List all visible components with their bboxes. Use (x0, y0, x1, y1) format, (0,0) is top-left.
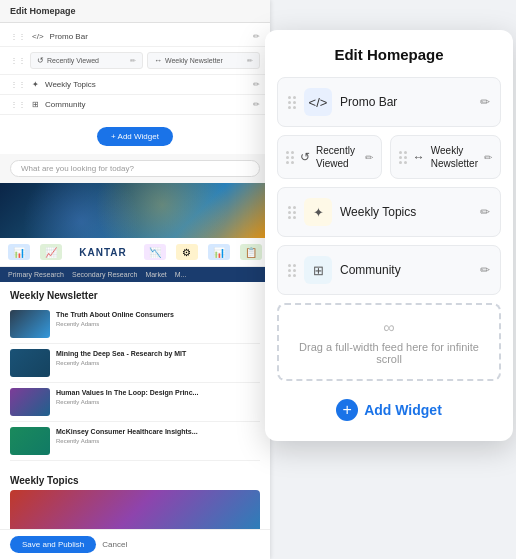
bg-nav-bar: Primary Research Secondary Research Mark… (0, 267, 270, 282)
bg-nav-icon-4: ⚙ (176, 244, 198, 260)
bg-article-item-2: Mining the Deep Sea - Research by MIT Re… (10, 344, 260, 383)
bg-article-author-4: Recently Adams (56, 438, 260, 444)
bg-article-meta-3: Human Values In The Loop: Design Princ..… (56, 388, 260, 405)
bg-article-author-3: Recently Adams (56, 399, 260, 405)
bg-content-area: What are you looking for today? 📊 📈 KANT… (0, 154, 270, 559)
bg-article-author-2: Recently Adams (56, 360, 260, 366)
bg-article-thumb-1 (10, 310, 50, 338)
bg-weekly-newsletter-card[interactable]: ↔ Weekly Newsletter ✏ (147, 52, 260, 69)
bg-article-meta-1: The Truth About Online Consumers Recentl… (56, 310, 260, 327)
weekly-newsletter-edit-button[interactable]: ✏ (484, 152, 492, 163)
widget-item-promo-bar[interactable]: </> Promo Bar ✏ (277, 77, 501, 127)
widget-item-weekly-newsletter[interactable]: ↔ Weekly Newsletter ✏ (390, 135, 501, 179)
bg-edit-header: Edit Homepage (0, 0, 270, 23)
bg-cancel-button[interactable]: Cancel (102, 540, 127, 549)
bg-article-item-4: McKinsey Consumer Healthcare Insights...… (10, 422, 260, 461)
bg-article-title-2: Mining the Deep Sea - Research by MIT (56, 349, 260, 358)
recently-viewed-icon: ↺ (300, 150, 310, 164)
bg-menu-items: ⋮⋮ </> Promo Bar ✏ ⋮⋮ ↺ Recently Viewed … (0, 23, 270, 119)
promo-bar-icon: </> (304, 88, 332, 116)
add-widget-label: Add Widget (364, 402, 442, 418)
background-panel: Edit Homepage ⋮⋮ </> Promo Bar ✏ ⋮⋮ ↺ Re… (0, 0, 270, 559)
bg-article-title-4: McKinsey Consumer Healthcare Insights... (56, 427, 260, 436)
bg-weekly-topics-title: Weekly Topics (0, 467, 270, 490)
bg-menu-promo[interactable]: ⋮⋮ </> Promo Bar ✏ (0, 27, 270, 47)
bg-nav-icon-3: 📉 (144, 244, 166, 260)
bg-menu-community[interactable]: ⋮⋮ ⊞ Community ✏ (0, 95, 270, 115)
bg-promo-label: Promo Bar (50, 32, 247, 41)
bg-add-widget-button[interactable]: + Add Widget (97, 127, 173, 146)
bg-weekly-newsletter-label: Weekly Newsletter (165, 57, 223, 64)
bg-article-thumb-3 (10, 388, 50, 416)
bg-nav-link-secondary[interactable]: Secondary Research (72, 271, 137, 278)
add-widget-button[interactable]: + Add Widget (277, 395, 501, 425)
chart-icon: 📊 (213, 247, 225, 258)
secondary-research-icon: 📈 (45, 247, 57, 258)
bg-article-thumb-2 (10, 349, 50, 377)
bg-article-meta-2: Mining the Deep Sea - Research by MIT Re… (56, 349, 260, 366)
weekly-topics-icon: ✦ (304, 198, 332, 226)
bg-save-publish-button[interactable]: Save and Publish (10, 536, 96, 553)
bg-recently-viewed-label: Recently Viewed (47, 57, 99, 64)
swap-icon: ↔ (154, 56, 162, 65)
bg-community-label: Community (45, 100, 247, 109)
bg-menu-weekly-topics[interactable]: ⋮⋮ ✦ Weekly Topics ✏ (0, 75, 270, 95)
bg-nav-icon-5: 📊 (208, 244, 230, 260)
edit-icon-3[interactable]: ✏ (247, 57, 253, 65)
bg-nav-icon-2: 📈 (40, 244, 62, 260)
recently-viewed-edit-button[interactable]: ✏ (365, 152, 373, 163)
code-icon: </> (32, 32, 44, 41)
drag-handle-promo (288, 96, 296, 109)
bg-nav-icons: 📊 📈 (8, 244, 62, 260)
edit-icon-2[interactable]: ✏ (130, 57, 136, 65)
widget-item-community[interactable]: ⊞ Community ✏ (277, 245, 501, 295)
weekly-topics-edit-button[interactable]: ✏ (480, 205, 490, 219)
grid-icon: ⊞ (32, 100, 39, 109)
bg-hero-overlay (0, 183, 270, 238)
bg-article-thumb-4 (10, 427, 50, 455)
bg-article-item-3: Human Values In The Loop: Design Princ..… (10, 383, 260, 422)
weekly-topics-label: Weekly Topics (340, 205, 472, 219)
promo-bar-label: Promo Bar (340, 95, 472, 109)
drag-handle-community (288, 264, 296, 277)
drop-zone-text: Drag a full-width feed here for infinite… (289, 341, 489, 365)
widget-item-recently-viewed[interactable]: ↺ Recently Viewed ✏ (277, 135, 382, 179)
refresh-icon: ↺ (37, 56, 44, 65)
overlay-edit-panel: Edit Homepage </> Promo Bar ✏ ↺ Recently… (265, 30, 513, 441)
bg-article-title-1: The Truth About Online Consumers (56, 310, 260, 319)
bg-logo-text: KANTAR (79, 247, 126, 258)
drag-handle-weekly-newsletter (399, 151, 407, 164)
drop-zone-icon: ∞ (289, 319, 489, 337)
bg-article-meta-4: McKinsey Consumer Healthcare Insights...… (56, 427, 260, 444)
bg-nav-icon-6: 📋 (240, 244, 262, 260)
bg-nav-link-more[interactable]: M... (175, 271, 187, 278)
weekly-newsletter-icon: ↔ (413, 150, 425, 164)
bg-search-input[interactable]: What are you looking for today? (10, 160, 260, 177)
sparkle-icon: ✦ (32, 80, 39, 89)
drag-dots-icon-3: ⋮⋮ (10, 80, 26, 89)
drop-zone[interactable]: ∞ Drag a full-width feed here for infini… (277, 303, 501, 381)
edit-icon[interactable]: ✏ (253, 32, 260, 41)
bg-weekly-topics-label: Weekly Topics (45, 80, 247, 89)
widget-item-weekly-topics[interactable]: ✦ Weekly Topics ✏ (277, 187, 501, 237)
edit-icon-5[interactable]: ✏ (253, 100, 260, 109)
bg-nav-link-primary[interactable]: Primary Research (8, 271, 64, 278)
drag-handle-weekly-topics (288, 206, 296, 219)
bg-recently-viewed-card[interactable]: ↺ Recently Viewed ✏ (30, 52, 143, 69)
community-edit-button[interactable]: ✏ (480, 263, 490, 277)
widget-row-two-col: ↺ Recently Viewed ✏ ↔ Weekly Newsletter … (277, 135, 501, 179)
bg-edit-title: Edit Homepage (10, 6, 76, 16)
edit-icon-4[interactable]: ✏ (253, 80, 260, 89)
add-widget-plus-icon: + (336, 399, 358, 421)
weekly-newsletter-label: Weekly Newsletter (431, 144, 478, 170)
bg-article-author-1: Recently Adams (56, 321, 260, 327)
bg-nav-link-market[interactable]: Market (145, 271, 166, 278)
bar-chart-icon: 📉 (149, 247, 161, 258)
recently-viewed-label: Recently Viewed (316, 144, 359, 170)
overlay-title: Edit Homepage (277, 46, 501, 63)
bg-article-title-3: Human Values In The Loop: Design Princ..… (56, 388, 260, 397)
promo-bar-edit-button[interactable]: ✏ (480, 95, 490, 109)
bg-search-bar: What are you looking for today? (0, 154, 270, 183)
bg-article-list: The Truth About Online Consumers Recentl… (0, 305, 270, 461)
settings-icon: ⚙ (182, 247, 191, 258)
